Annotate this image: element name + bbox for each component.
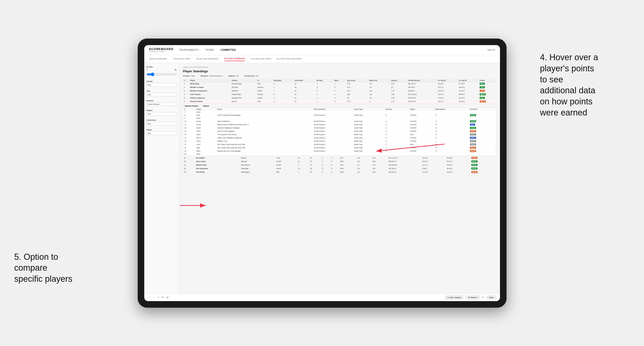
tooltip-expanded: Jackson Kolson Auburn # Player Event Eve… bbox=[183, 104, 496, 156]
table-row: 25 Pete Hruby Washington Fifth 7 23 0 0 … bbox=[183, 170, 496, 174]
col-vs-top25: Vs Top 25 bbox=[437, 79, 458, 82]
list-item: 12 Brend Southern Highlands Collegiate N… bbox=[183, 126, 496, 129]
col-rank: # bbox=[183, 79, 189, 82]
col-overall: Overall Record bbox=[407, 79, 437, 82]
filter-region: Region: All bbox=[228, 75, 239, 77]
copy-btn[interactable]: ⧉ bbox=[162, 296, 164, 299]
section-title: Player Standings bbox=[183, 69, 496, 73]
tablet-screen: SCOREBOARD Powered by clippd TOURNAMENTS… bbox=[144, 45, 500, 301]
top-nav: SCOREBOARD Powered by clippd TOURNAMENTS… bbox=[144, 45, 500, 55]
col-avg-sg: Avg SG bbox=[390, 79, 407, 82]
tablet-frame: SCOREBOARD Powered by clippd TOURNAMENTS… bbox=[138, 38, 506, 308]
region-label: Region bbox=[147, 109, 177, 112]
lower-standings-table: 21 Ian Gilligan Florida Third 10 24 1 0 … bbox=[183, 156, 496, 174]
list-item: 16 David Williams Cup NCAA Division I Ma… bbox=[183, 139, 496, 143]
list-item: 18 Tiger SEC Stroke Play hosted by Jerry… bbox=[183, 146, 496, 149]
watch-btn[interactable]: 👁 Watch ▾ bbox=[466, 296, 480, 300]
gender-label: Gender bbox=[147, 80, 177, 82]
year-select[interactable]: (All) bbox=[147, 93, 177, 96]
table-row: 22 Jack Lundin Missouri Fourth 11 24 0 0… bbox=[183, 160, 496, 163]
table-row: 24 Cole Sherwood Vanderbilt Fourth 12 23… bbox=[183, 167, 496, 170]
list-item: 20 Techr bbox=[183, 153, 496, 156]
tooltip-player-name: Jackson Kolson bbox=[185, 105, 198, 107]
subnav-player-h2h-heatmap[interactable]: PLAYER H2H HEATMAP bbox=[277, 57, 302, 61]
forward-btn[interactable]: → bbox=[153, 296, 155, 299]
no-rds-min: 4 bbox=[147, 69, 148, 71]
tooltip-player-school: Auburn bbox=[203, 105, 209, 107]
list-item: 13 Phich Amer An Intercollegiate NCAA Di… bbox=[183, 129, 496, 133]
nav-tournaments[interactable]: TOURNAMENTS bbox=[179, 48, 199, 52]
list-item: 19 Matt I Mirabel Maui Jim Intercollegia… bbox=[183, 149, 496, 153]
no-rds-label: No Rds. bbox=[147, 66, 177, 68]
tooltip-header: Jackson Kolson Auburn bbox=[183, 104, 496, 108]
filter-conference: Conference: All bbox=[244, 75, 258, 77]
list-item: 11 Gordo Wake Forest Invitational at Pin… bbox=[183, 123, 496, 126]
logo-sub: Powered by clippd bbox=[149, 51, 174, 52]
col-player: Player bbox=[189, 79, 230, 82]
list-item: 17 Luke I SEC Match Play hosted by Jerry… bbox=[183, 143, 496, 146]
signin-link[interactable]: Sign out bbox=[487, 49, 495, 51]
col-wins: Wins bbox=[334, 79, 346, 82]
bottom-toolbar: ← → ↺ ⧉ 🔗 ⊙ View: Original 👁 Watch ▾ ⬇ S… bbox=[144, 294, 500, 301]
share-btn[interactable]: Share bbox=[487, 296, 496, 300]
view-original-btn[interactable]: ⊙ View: Original bbox=[445, 296, 463, 300]
subnav-player-summary[interactable]: PLAYER SUMMARY bbox=[224, 56, 246, 61]
nav-right: Sign out bbox=[487, 49, 495, 51]
table-row: 3 Michael Thorbjornsen Stanford Fourth 1… bbox=[183, 89, 496, 93]
update-time: Update time: 27/01/2024 16:56:26 bbox=[183, 66, 496, 68]
annotation-compare-players: 5. Option to compare specific players bbox=[14, 252, 94, 285]
table-row: 6 Jackson Kolson Auburn First 2 27 1 0 6… bbox=[183, 100, 496, 103]
filters-row: Gender: Men Division: NCAA Division I Re… bbox=[183, 75, 496, 77]
logo-area: SCOREBOARD Powered by clippd bbox=[149, 47, 174, 52]
subnav-team-h2h-grid[interactable]: TEAM H2H GRID bbox=[173, 57, 190, 61]
table-row: 21 Ian Gilligan Florida Third 10 24 1 0 … bbox=[183, 156, 496, 160]
col-yr: Yr bbox=[256, 79, 273, 82]
col-adj-score: Adj. Score bbox=[346, 79, 368, 82]
download-btn[interactable]: ⬇ bbox=[482, 296, 484, 299]
gender-select[interactable]: Men bbox=[147, 83, 177, 87]
no-rds-row: 4 52 bbox=[147, 69, 177, 71]
player-select[interactable]: (All) bbox=[147, 132, 177, 135]
nav-teams[interactable]: TEAMS bbox=[205, 48, 214, 52]
link-btn[interactable]: 🔗 bbox=[166, 296, 169, 299]
list-item: 9 Prest bbox=[183, 117, 496, 120]
refresh-btn[interactable]: ↺ bbox=[158, 296, 159, 299]
player-label: Player bbox=[147, 129, 177, 131]
table-row: 4 Luke Clanton Florida State Second 5 27… bbox=[183, 93, 496, 96]
tooltip-table: # Player Event Event Division Event Type… bbox=[183, 108, 496, 156]
subnav-team-h2h-heatmap[interactable]: TEAM H2H HEATMAP bbox=[196, 57, 219, 61]
standings-table: # Player School Yr Reg Rank Conf Rank No… bbox=[183, 79, 496, 103]
filter-gender: Gender: Men bbox=[183, 75, 195, 77]
subnav-team-summary[interactable]: TEAM SUMMARY bbox=[149, 57, 167, 61]
sidebar: No Rds. 4 52 Gender Men Year (All) Divis… bbox=[144, 63, 179, 294]
annotation-hover-points: 4. Hover over a player's points to see a… bbox=[540, 52, 630, 118]
main-content: No Rds. 4 52 Gender Men Year (All) Divis… bbox=[144, 63, 500, 294]
col-school: School bbox=[230, 79, 256, 82]
division-select[interactable]: NCAA Division I bbox=[147, 103, 177, 106]
nav-items: TOURNAMENTS TEAMS COMMITTEE bbox=[179, 48, 487, 52]
list-item: 7 Niche bbox=[183, 111, 496, 113]
filter-division: Division: NCAA Division I bbox=[200, 75, 223, 77]
no-rds-slider[interactable] bbox=[147, 72, 177, 77]
list-item: 8 Mats UNCW Seahawk Intercollegiate NCAA… bbox=[183, 113, 496, 117]
sub-nav: TEAM SUMMARY TEAM H2H GRID TEAM H2H HEAT… bbox=[144, 55, 500, 63]
subnav-player-h2h-grid[interactable]: PLAYER H2H GRID bbox=[251, 57, 271, 61]
list-item: 14 Jake I The Cypress Point Classic NCAA… bbox=[183, 133, 496, 136]
back-btn[interactable]: ← bbox=[148, 296, 150, 299]
table-row: 1 Wenyi Ding Arizona State First 1 15 1 … bbox=[183, 82, 496, 85]
division-label: Division bbox=[147, 100, 177, 102]
table-row: 2 Michael La Sasso Ole Miss Second 1 18 … bbox=[183, 85, 496, 89]
col-to-par: Avg to Par bbox=[368, 79, 390, 82]
nav-committee[interactable]: COMMITTEE bbox=[221, 48, 236, 52]
logo-title: SCOREBOARD bbox=[149, 47, 174, 51]
table-row: 23 Bastien Amat New Mexico Fourth 1 27 2… bbox=[183, 163, 496, 167]
col-points: Points bbox=[479, 79, 496, 82]
region-select[interactable]: N/A bbox=[147, 112, 177, 116]
table-row: 5 Christo Lamprecht Georgia Tech Fourth … bbox=[183, 96, 496, 100]
content-area: Update time: 27/01/2024 16:56:26 Player … bbox=[179, 63, 500, 294]
col-conf-rank: Conf Rank bbox=[294, 79, 316, 82]
col-vs-top50: Vs Top 50 bbox=[458, 79, 479, 82]
conference-select[interactable]: (All) bbox=[147, 122, 177, 125]
col-no-rds: No Rds. bbox=[316, 79, 334, 82]
list-item: 15 Alex C Fallen Oak Collegiate Invitati… bbox=[183, 136, 496, 139]
